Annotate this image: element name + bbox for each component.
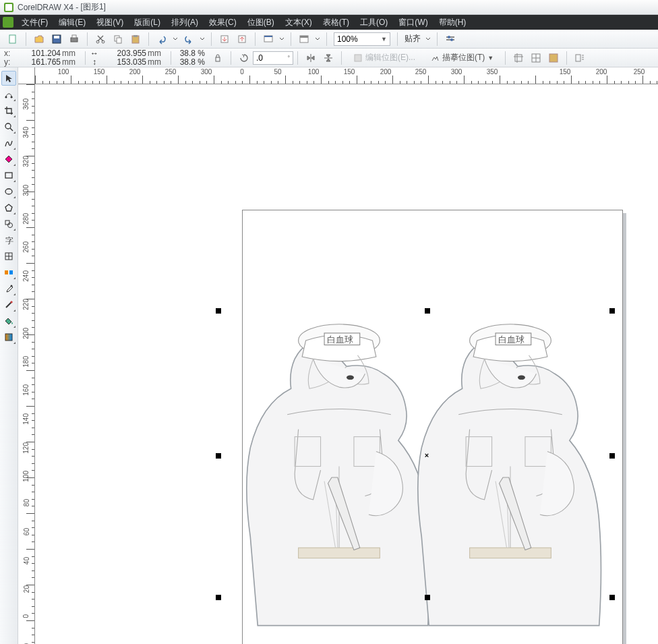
basic-shapes-tool[interactable] <box>1 216 16 231</box>
crop-bitmap-button[interactable] <box>511 51 526 65</box>
svg-point-29 <box>5 123 11 129</box>
text-tool[interactable]: 字 <box>1 233 16 247</box>
menu-file[interactable]: 文件(F) <box>16 15 53 30</box>
app-title: CorelDRAW X4 <box>18 3 73 12</box>
interactive-blend-tool[interactable] <box>1 265 16 280</box>
y-value[interactable]: 161.765 <box>13 58 62 67</box>
ruler-corner[interactable] <box>18 67 35 84</box>
interactive-fill-tool[interactable] <box>1 330 16 345</box>
scale-y[interactable]: 38.8 <box>175 58 196 67</box>
polygon-tool[interactable] <box>1 200 16 215</box>
toolbox: 字 <box>0 67 18 644</box>
y-label: y: <box>4 58 13 67</box>
ruler-horizontal[interactable]: 1001502002503000501001502002503003501502… <box>35 67 658 84</box>
rotation-input[interactable]: ° <box>253 51 293 65</box>
menu-help[interactable]: 帮助(H) <box>433 15 472 30</box>
svg-rect-4 <box>72 35 76 38</box>
selection-handle-br[interactable] <box>609 595 615 600</box>
eyedropper-tool[interactable] <box>1 281 16 296</box>
cut-button[interactable] <box>93 32 108 47</box>
selection-handle-ml[interactable] <box>216 453 221 459</box>
menu-layout[interactable]: 版面(L) <box>129 15 166 30</box>
svg-rect-25 <box>549 54 558 62</box>
new-button[interactable] <box>5 32 20 47</box>
smart-fill-tool[interactable] <box>1 152 16 167</box>
save-button[interactable] <box>49 32 64 47</box>
menu-effects[interactable]: 效果(C) <box>204 15 242 30</box>
fill-tool[interactable] <box>1 314 16 328</box>
menu-window[interactable]: 窗口(W) <box>393 15 433 30</box>
menu-arrange[interactable]: 排列(A) <box>166 15 204 30</box>
undo-dropdown[interactable] <box>172 32 179 47</box>
selection-handle-bm[interactable] <box>425 595 430 600</box>
height-value[interactable]: 153.035 <box>99 58 148 67</box>
redo-dropdown[interactable] <box>199 32 206 47</box>
welcome-screen-button[interactable] <box>297 32 311 47</box>
menu-table[interactable]: 表格(T) <box>318 15 355 30</box>
resample-button[interactable] <box>529 51 543 65</box>
selection-handle-tl[interactable] <box>216 308 221 314</box>
app-launcher-dropdown[interactable] <box>278 32 285 47</box>
trace-bitmap-button[interactable]: 描摹位图(T) ▼ <box>425 51 498 65</box>
svg-rect-3 <box>71 38 78 42</box>
snap-dropdown[interactable] <box>425 32 431 47</box>
pick-tool[interactable] <box>1 71 16 86</box>
ruler-vertical[interactable]: 3603403203002802602402202001801601401201… <box>18 84 35 644</box>
bitmap-color-mask-button[interactable] <box>546 51 561 65</box>
menu-text[interactable]: 文本(X) <box>280 15 318 30</box>
x-value[interactable]: 101.204 <box>13 49 62 58</box>
mirror-vertical-button[interactable] <box>321 51 336 65</box>
wrap-paragraph-button[interactable] <box>572 51 587 65</box>
zoom-input[interactable] <box>337 34 375 44</box>
menu-edit[interactable]: 编辑(E) <box>53 15 91 30</box>
bitmap-object-1[interactable]: 白血球 <box>243 318 436 644</box>
edit-bitmap-button[interactable]: 编辑位图(E)... <box>349 51 420 65</box>
zoom-level-combo[interactable]: ▼ <box>334 32 390 46</box>
open-button[interactable] <box>32 32 47 47</box>
scale-x[interactable]: 38.8 <box>175 49 196 58</box>
selection-handle-bl[interactable] <box>216 595 221 600</box>
export-button[interactable] <box>235 32 249 47</box>
menu-view[interactable]: 视图(V) <box>91 15 129 30</box>
options-button[interactable] <box>443 32 458 47</box>
undo-button[interactable] <box>154 32 169 47</box>
app-launcher-button[interactable] <box>261 32 276 47</box>
svg-rect-23 <box>515 55 522 61</box>
redo-button[interactable] <box>181 32 196 47</box>
lock-ratio-button[interactable] <box>210 51 225 65</box>
zoom-tool[interactable] <box>1 119 16 134</box>
copy-button[interactable] <box>111 32 125 47</box>
height-icon: ↕ <box>90 58 99 67</box>
svg-point-33 <box>8 223 13 228</box>
selection-handle-mr[interactable] <box>609 453 615 459</box>
welcome-dropdown[interactable] <box>314 32 321 47</box>
paste-button[interactable] <box>128 32 143 47</box>
selection-handle-tr[interactable] <box>609 308 615 314</box>
outline-tool[interactable] <box>1 297 16 312</box>
print-button[interactable] <box>67 32 82 47</box>
separator <box>231 51 231 65</box>
svg-rect-2 <box>54 36 59 38</box>
menu-tools[interactable]: 工具(O) <box>355 15 393 30</box>
import-button[interactable] <box>217 32 232 47</box>
ellipse-tool[interactable] <box>1 184 16 199</box>
canvas-area[interactable]: 白血球 白血球 <box>35 84 658 644</box>
shape-tool[interactable] <box>1 87 16 102</box>
selection-center-marker[interactable]: × <box>423 452 430 459</box>
rectangle-tool[interactable] <box>1 168 16 183</box>
width-value[interactable]: 203.955 <box>99 49 148 58</box>
separator <box>326 32 327 46</box>
chevron-down-icon[interactable]: ▼ <box>381 36 387 42</box>
separator <box>566 51 567 65</box>
freehand-tool[interactable] <box>1 136 16 150</box>
menu-bitmap[interactable]: 位图(B) <box>242 15 280 30</box>
crop-tool[interactable] <box>1 103 16 118</box>
svg-point-27 <box>5 96 7 98</box>
table-tool[interactable] <box>1 249 16 264</box>
svg-rect-21 <box>216 57 220 61</box>
svg-rect-14 <box>264 36 272 37</box>
bitmap-object-2[interactable]: 白血球 <box>414 318 607 644</box>
separator <box>171 51 171 65</box>
mirror-horizontal-button[interactable] <box>303 51 318 65</box>
selection-handle-tm[interactable] <box>425 308 430 314</box>
